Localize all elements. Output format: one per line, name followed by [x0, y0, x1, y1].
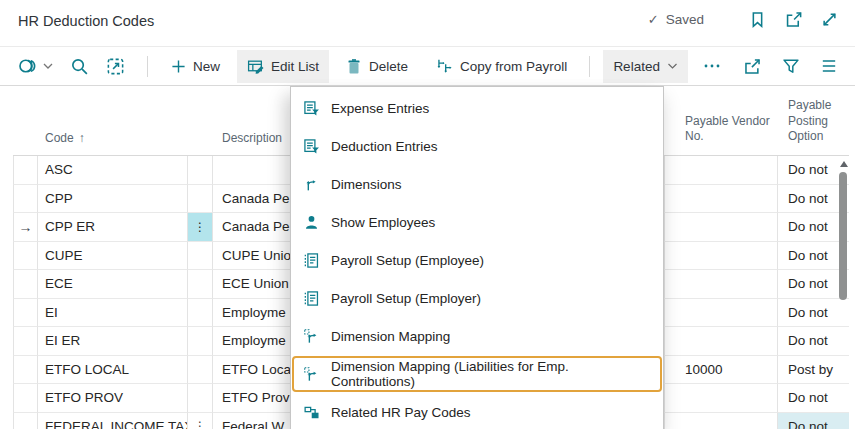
menu-item-label: Expense Entries: [331, 101, 429, 116]
vendor-cell[interactable]: [665, 242, 778, 271]
row-selector-cell[interactable]: [13, 327, 38, 356]
row-actions-cell[interactable]: [188, 156, 213, 185]
row-pointer-icon: →: [19, 219, 33, 235]
expand-icon[interactable]: [820, 10, 839, 29]
vendor-cell[interactable]: [665, 384, 778, 413]
column-header-payable-vendor-no[interactable]: Payable Vendor No.: [665, 86, 778, 156]
menu-item-label: Dimensions: [331, 177, 402, 192]
row-selector-cell[interactable]: →: [13, 213, 38, 242]
row-actions-cell[interactable]: [188, 270, 213, 299]
column-header-code[interactable]: Code ↑: [38, 86, 188, 156]
open-in-new-window-icon[interactable]: [784, 10, 803, 29]
vendor-cell[interactable]: [665, 156, 778, 185]
vendor-cell[interactable]: 10000: [665, 356, 778, 385]
code-cell[interactable]: ETFO PROV: [38, 384, 188, 413]
vendor-cell[interactable]: [665, 270, 778, 299]
sort-ascending-icon: ↑: [79, 131, 85, 145]
menu-item-payroll-setup-employee[interactable]: Payroll Setup (Employee): [291, 241, 663, 279]
dimension-mapping-icon: [303, 328, 320, 345]
analysis-mode-icon[interactable]: [106, 57, 125, 76]
row-actions-cell[interactable]: ⋮: [188, 213, 213, 242]
related-button[interactable]: Related: [603, 50, 688, 83]
vendor-cell[interactable]: [665, 299, 778, 328]
more-options-button[interactable]: [695, 50, 729, 83]
row-actions-cell[interactable]: [188, 384, 213, 413]
filter-icon[interactable]: [782, 57, 800, 75]
row-selector-cell[interactable]: [13, 299, 38, 328]
more-options-icon: [703, 63, 721, 69]
row-actions-cell[interactable]: [188, 356, 213, 385]
code-cell[interactable]: ECE: [38, 270, 188, 299]
vendor-cell[interactable]: [665, 213, 778, 242]
code-cell[interactable]: CUPE: [38, 242, 188, 271]
related-dropdown-menu: Expense Entries Deduction Entries Dimens…: [290, 86, 664, 429]
edit-list-button[interactable]: Edit List: [237, 50, 329, 83]
menu-item-dimension-mapping[interactable]: Dimension Mapping: [291, 317, 663, 355]
code-cell[interactable]: EI: [38, 299, 188, 328]
toolbar-divider: [589, 56, 590, 77]
row-actions-cell[interactable]: ⋮: [188, 413, 213, 429]
scrollbar-up-icon[interactable]: [840, 161, 848, 167]
toolbar-right-icons: [743, 57, 841, 76]
code-cell[interactable]: EI ER: [38, 327, 188, 356]
hr-deduction-codes-page: HR Deduction Codes ✓ Saved: [0, 0, 855, 429]
list-layout-icon[interactable]: [820, 57, 838, 75]
new-button[interactable]: New: [161, 50, 230, 83]
dimension-mapping-icon: [303, 366, 320, 383]
share-icon[interactable]: [743, 57, 762, 76]
row-selector-cell[interactable]: [13, 270, 38, 299]
row-selector-cell[interactable]: [13, 356, 38, 385]
ledger-entries-icon: [303, 138, 320, 155]
employee-icon: [303, 214, 320, 231]
views-icon[interactable]: [18, 56, 53, 76]
setup-report-icon: [303, 252, 320, 269]
toolbar-divider: [147, 56, 148, 77]
delete-button[interactable]: Delete: [336, 50, 418, 83]
code-cell[interactable]: FEDERAL INCOME TAX: [38, 413, 188, 429]
row-actions-cell[interactable]: [188, 185, 213, 214]
menu-item-label: Related HR Pay Codes: [331, 405, 471, 420]
saved-label: Saved: [666, 12, 704, 27]
code-cell[interactable]: ETFO LOCAL: [38, 356, 188, 385]
vendor-cell[interactable]: [665, 185, 778, 214]
menu-item-deduction-entries[interactable]: Deduction Entries: [291, 127, 663, 165]
related-label: Related: [613, 59, 660, 74]
row-selector-cell[interactable]: [13, 242, 38, 271]
menu-item-related-hr-pay-codes[interactable]: Related HR Pay Codes: [291, 393, 663, 429]
code-cell[interactable]: CPP ER: [38, 213, 188, 242]
row-actions-icon: ⋮: [194, 221, 206, 233]
menu-item-label: Payroll Setup (Employer): [331, 291, 481, 306]
setup-report-icon: [303, 290, 320, 307]
menu-item-dimensions[interactable]: Dimensions: [291, 165, 663, 203]
row-actions-icon: ⋮: [194, 420, 206, 429]
action-toolbar: New Edit List Delete Copy from Payroll R…: [0, 47, 855, 86]
edit-list-icon: [247, 58, 264, 75]
code-cell[interactable]: CPP: [38, 185, 188, 214]
menu-item-label: Show Employees: [331, 215, 435, 230]
check-icon: ✓: [648, 12, 659, 27]
titlebar-actions: ✓ Saved: [648, 10, 839, 29]
row-actions-cell[interactable]: [188, 327, 213, 356]
column-header-payable-posting-option[interactable]: Payable Posting Option: [778, 86, 849, 156]
menu-item-label: Deduction Entries: [331, 139, 438, 154]
delete-label: Delete: [369, 59, 408, 74]
row-actions-cell[interactable]: [188, 299, 213, 328]
search-icon[interactable]: [70, 57, 89, 76]
vertical-scrollbar[interactable]: [838, 158, 849, 429]
row-selector-cell[interactable]: [13, 384, 38, 413]
vendor-cell[interactable]: [665, 327, 778, 356]
row-selector-cell[interactable]: [13, 413, 38, 429]
scrollbar-thumb[interactable]: [839, 172, 847, 300]
menu-item-show-employees[interactable]: Show Employees: [291, 203, 663, 241]
menu-item-expense-entries[interactable]: Expense Entries: [291, 89, 663, 127]
menu-item-dimension-mapping-liabilities[interactable]: Dimension Mapping (Liabilities for Emp. …: [291, 355, 663, 393]
row-selector-cell[interactable]: [13, 156, 38, 185]
row-actions-cell[interactable]: [188, 242, 213, 271]
code-cell[interactable]: ASC: [38, 156, 188, 185]
bookmark-icon[interactable]: [748, 10, 767, 29]
menu-item-label: Dimension Mapping (Liabilities for Emp. …: [331, 359, 651, 389]
copy-from-payroll-button[interactable]: Copy from Payroll: [425, 50, 577, 83]
vendor-cell[interactable]: [665, 413, 778, 429]
menu-item-payroll-setup-employer[interactable]: Payroll Setup (Employer): [291, 279, 663, 317]
row-selector-cell[interactable]: [13, 185, 38, 214]
